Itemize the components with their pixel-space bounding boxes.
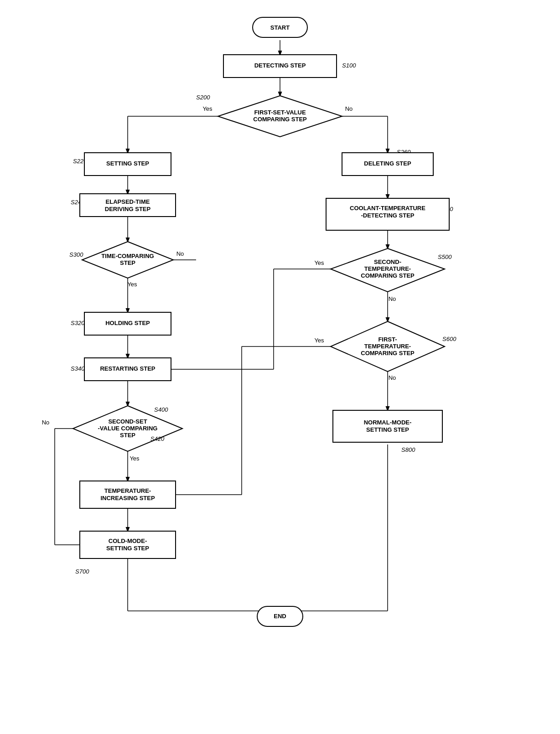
no-s400-label: No (42, 419, 50, 426)
second-temp-line3: COMPARING STEP (361, 272, 415, 279)
no-s600-label: No (389, 374, 396, 381)
second-temp-line1: SECOND- (374, 258, 401, 265)
yes-s400-label: Yes (130, 455, 140, 462)
normal-mode-line1: NORMAL-MODE- (364, 419, 412, 426)
time-comparing-line1: TIME-COMPARING (101, 253, 154, 259)
end-label: END (274, 613, 286, 620)
yes-s300-label: Yes (127, 281, 137, 288)
coolant-temp-line1: COOLANT-TEMPERATURE (350, 205, 425, 212)
first-set-value-line2: COMPARING STEP (253, 116, 307, 123)
s400-label: S400 (154, 406, 168, 413)
s700-label: S700 (75, 568, 89, 575)
restarting-step-label: RESTARTING STEP (100, 365, 155, 372)
s100-label: S100 (342, 62, 356, 69)
coolant-temp-line2: -DETECTING STEP (361, 212, 414, 219)
no-s500-label: No (389, 295, 396, 302)
first-set-value-line1: FIRST-SET-VALUE (254, 109, 306, 116)
first-temp-line1: FIRST- (378, 336, 397, 343)
first-temp-line2: TEMPERATURE- (364, 343, 411, 350)
detecting-step-label: DETECTING STEP (254, 62, 306, 69)
cold-mode-line1: COLD-MODE- (109, 538, 147, 544)
s420-label-text: S420 (150, 435, 165, 442)
s800-label: S800 (401, 446, 415, 453)
elapsed-time-line2: DERIVING STEP (105, 206, 151, 212)
normal-mode-line2: SETTING STEP (366, 426, 409, 433)
holding-step-label: HOLDING STEP (105, 320, 150, 326)
deleting-step-label: DELETING STEP (364, 160, 411, 167)
second-set-line3: STEP (120, 432, 135, 439)
no-s200-label: No (345, 105, 353, 112)
setting-step-label: SETTING STEP (106, 160, 149, 167)
yes-s600-label: Yes (314, 337, 324, 344)
elapsed-time-line1: ELAPSED-TIME (106, 198, 150, 205)
yes-s500-label: Yes (314, 259, 324, 266)
no-s300-label: No (176, 250, 184, 257)
second-set-line2: -VALUE COMPARING (98, 425, 158, 432)
s500-label: S500 (438, 253, 452, 260)
first-temp-line3: COMPARING STEP (361, 350, 415, 357)
temp-increasing-line2: INCREASING STEP (100, 495, 155, 501)
temp-increasing-line1: TEMPERATURE- (104, 487, 151, 494)
second-set-line1: SECOND-SET (108, 418, 147, 425)
s340-label: S340 (71, 365, 85, 372)
s300-label: S300 (69, 251, 83, 258)
second-temp-line2: TEMPERATURE- (364, 265, 411, 272)
cold-mode-line2: SETTING STEP (106, 545, 149, 552)
flowchart-diagram: START DETECTING STEP S100 S200 FIRST-SET… (0, 0, 560, 734)
s600-label: S600 (442, 336, 456, 342)
yes-s200-label: Yes (202, 105, 213, 112)
time-comparing-line2: STEP (120, 259, 135, 266)
start-label: START (270, 24, 290, 31)
s200-label: S200 (196, 94, 210, 101)
s320-label: S320 (71, 320, 85, 326)
